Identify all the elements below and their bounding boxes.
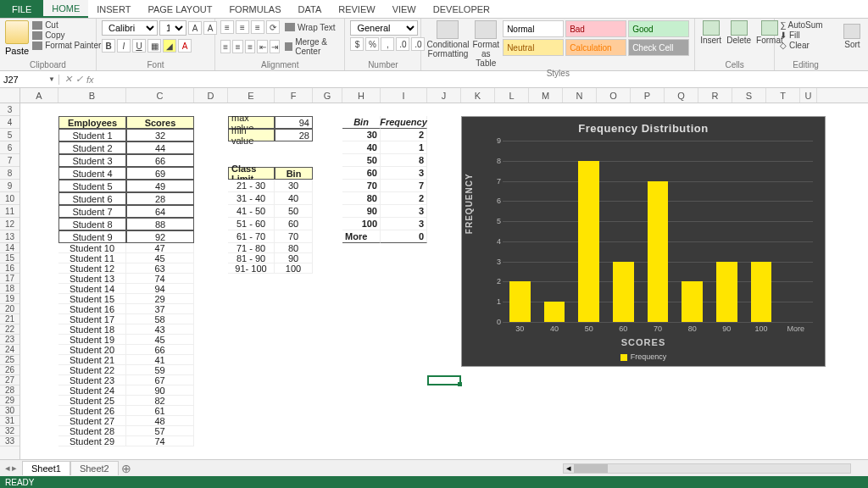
- row-header-13[interactable]: 13: [0, 230, 19, 243]
- clear-button[interactable]: ◇ Clear: [780, 41, 810, 50]
- cell-B28[interactable]: Student 24: [58, 385, 126, 396]
- cell-C7[interactable]: 66: [126, 154, 194, 167]
- row-header-3[interactable]: 3: [0, 103, 19, 116]
- cell-C26[interactable]: 59: [126, 365, 194, 375]
- row-header-30[interactable]: 30: [0, 406, 19, 416]
- row-header-15[interactable]: 15: [0, 253, 19, 263]
- cell-F13[interactable]: 70: [275, 230, 313, 243]
- cell-F10[interactable]: 40: [275, 192, 313, 205]
- cell-C15[interactable]: 45: [126, 253, 194, 263]
- cell-C23[interactable]: 45: [126, 335, 194, 345]
- row-header-27[interactable]: 27: [0, 375, 19, 385]
- cell-F14[interactable]: 80: [275, 243, 313, 253]
- horizontal-scrollbar[interactable]: ◂: [134, 463, 868, 474]
- cell-B26[interactable]: Student 22: [58, 365, 126, 375]
- cell-C28[interactable]: 90: [126, 385, 194, 396]
- menu-tab-view[interactable]: VIEW: [384, 0, 425, 18]
- cell-B20[interactable]: Student 16: [58, 304, 126, 314]
- cell-E15[interactable]: 81 - 90: [228, 253, 275, 263]
- cell-B7[interactable]: Student 3: [58, 154, 126, 167]
- row-header-26[interactable]: 26: [0, 365, 19, 375]
- bold-button[interactable]: B: [102, 39, 115, 53]
- fill-handle[interactable]: [458, 382, 462, 386]
- row-header-32[interactable]: 32: [0, 426, 19, 436]
- cells-canvas[interactable]: EmployeesScoresStudent 132Student 244Stu…: [20, 103, 868, 467]
- cell-I5[interactable]: 2: [381, 129, 427, 141]
- col-header-Q[interactable]: Q: [665, 88, 698, 103]
- cell-I7[interactable]: 8: [381, 154, 427, 167]
- cell-B33[interactable]: Student 29: [58, 436, 126, 446]
- cell-H10[interactable]: 80: [342, 192, 381, 205]
- worksheet-grid[interactable]: ABCDEFGHIJKLMNOPQRSTU 345678910111213141…: [0, 88, 868, 467]
- col-header-U[interactable]: U: [800, 88, 817, 103]
- col-header-O[interactable]: O: [597, 88, 631, 103]
- cell-C14[interactable]: 47: [126, 243, 194, 253]
- cell-I8[interactable]: 3: [381, 167, 427, 180]
- cell-F12[interactable]: 60: [275, 218, 313, 230]
- cell-style-neutral[interactable]: Neutral: [503, 39, 564, 56]
- cell-B27[interactable]: Student 23: [58, 375, 126, 385]
- cell-I11[interactable]: 3: [381, 205, 427, 218]
- row-header-23[interactable]: 23: [0, 335, 19, 345]
- cell-E5[interactable]: min value: [228, 129, 275, 141]
- cell-C13[interactable]: 92: [126, 230, 194, 243]
- cell-F11[interactable]: 50: [275, 205, 313, 218]
- cell-B17[interactable]: Student 13: [58, 274, 126, 284]
- cancel-formula-button[interactable]: ✕: [64, 74, 72, 85]
- cell-C30[interactable]: 61: [126, 406, 194, 416]
- row-header-4[interactable]: 4: [0, 116, 19, 129]
- col-header-S[interactable]: S: [732, 88, 766, 103]
- row-header-28[interactable]: 28: [0, 385, 19, 396]
- copy-button[interactable]: Copy: [32, 30, 101, 40]
- cell-B10[interactable]: Student 6: [58, 192, 126, 205]
- align-center-button[interactable]: ≡: [232, 40, 242, 53]
- cell-B25[interactable]: Student 21: [58, 355, 126, 365]
- orientation-button[interactable]: ⟳: [266, 20, 280, 34]
- dec-inc-button[interactable]: .0: [396, 37, 409, 51]
- cell-B32[interactable]: Student 28: [58, 426, 126, 436]
- indent-dec-button[interactable]: ⇤: [257, 40, 267, 53]
- cell-C20[interactable]: 37: [126, 304, 194, 314]
- comma-button[interactable]: ,: [381, 37, 394, 51]
- row-header-10[interactable]: 10: [0, 192, 19, 205]
- col-header-E[interactable]: E: [228, 88, 275, 103]
- cell-H8[interactable]: 60: [342, 167, 381, 180]
- cell-C19[interactable]: 29: [126, 294, 194, 304]
- cell-E16[interactable]: 91- 100: [228, 263, 275, 274]
- cell-C4[interactable]: Scores: [126, 116, 194, 129]
- menu-tab-developer[interactable]: DEVELOPER: [425, 0, 498, 18]
- col-header-R[interactable]: R: [698, 88, 732, 103]
- row-header-20[interactable]: 20: [0, 304, 19, 314]
- col-header-H[interactable]: H: [342, 88, 381, 103]
- percent-button[interactable]: %: [365, 37, 379, 51]
- underline-button[interactable]: U: [132, 39, 146, 53]
- enter-formula-button[interactable]: ✓: [75, 74, 83, 85]
- col-header-J[interactable]: J: [427, 88, 461, 103]
- align-left-button[interactable]: ≡: [220, 40, 231, 53]
- cell-C6[interactable]: 44: [126, 141, 194, 154]
- cell-C24[interactable]: 66: [126, 345, 194, 355]
- currency-button[interactable]: $: [350, 37, 364, 51]
- cell-C5[interactable]: 32: [126, 129, 194, 141]
- cell-B11[interactable]: Student 7: [58, 205, 126, 218]
- sheet-nav-last[interactable]: ▸: [12, 463, 17, 474]
- menu-tab-home[interactable]: HOME: [43, 0, 88, 18]
- select-all-corner[interactable]: [0, 88, 20, 103]
- cell-I6[interactable]: 1: [381, 141, 427, 154]
- cell-H9[interactable]: 70: [342, 180, 381, 192]
- cell-I4[interactable]: Frequency: [381, 116, 427, 129]
- sheet-tab-active[interactable]: Sheet1: [22, 461, 70, 475]
- cell-style-bad[interactable]: Bad: [565, 20, 626, 37]
- cell-C22[interactable]: 43: [126, 324, 194, 335]
- row-header-21[interactable]: 21: [0, 314, 19, 324]
- cell-H13[interactable]: More: [342, 230, 381, 243]
- conditional-formatting-button[interactable]: Conditional Formatting: [426, 20, 469, 58]
- cell-style-normal[interactable]: Normal: [503, 20, 564, 37]
- cell-B29[interactable]: Student 25: [58, 396, 126, 406]
- cell-styles-gallery[interactable]: NormalBadGoodNeutralCalculationCheck Cel…: [503, 20, 689, 56]
- col-header-K[interactable]: K: [461, 88, 495, 103]
- cell-H4[interactable]: Bin: [342, 116, 381, 129]
- menu-tab-page-layout[interactable]: PAGE LAYOUT: [139, 0, 220, 18]
- cell-C29[interactable]: 82: [126, 396, 194, 406]
- cell-style-calculation[interactable]: Calculation: [565, 39, 626, 56]
